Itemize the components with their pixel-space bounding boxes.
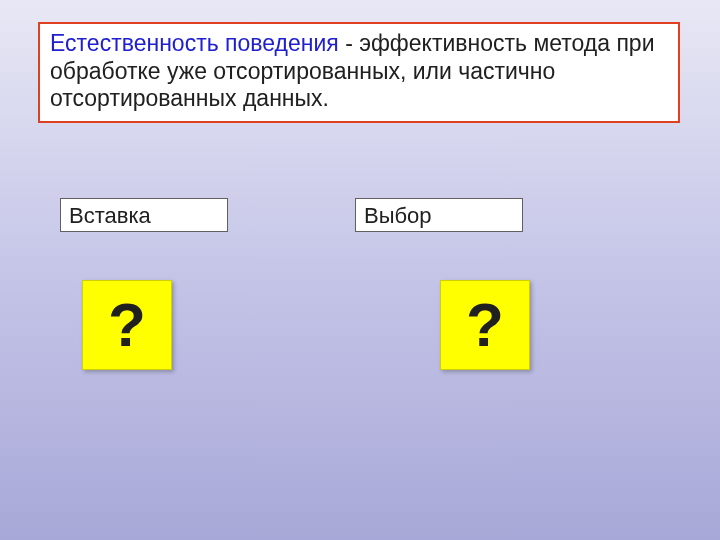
question-box-left[interactable]: ? — [82, 280, 172, 370]
question-mark-icon: ? — [108, 294, 146, 356]
definition-box: Естественность поведения - эффективность… — [38, 22, 680, 123]
question-box-right[interactable]: ? — [440, 280, 530, 370]
label-insertion: Вставка — [60, 198, 228, 232]
question-mark-icon: ? — [466, 294, 504, 356]
label-selection-text: Выбор — [364, 203, 432, 228]
label-selection: Выбор — [355, 198, 523, 232]
label-insertion-text: Вставка — [69, 203, 151, 228]
definition-term: Естественность поведения — [50, 30, 339, 56]
